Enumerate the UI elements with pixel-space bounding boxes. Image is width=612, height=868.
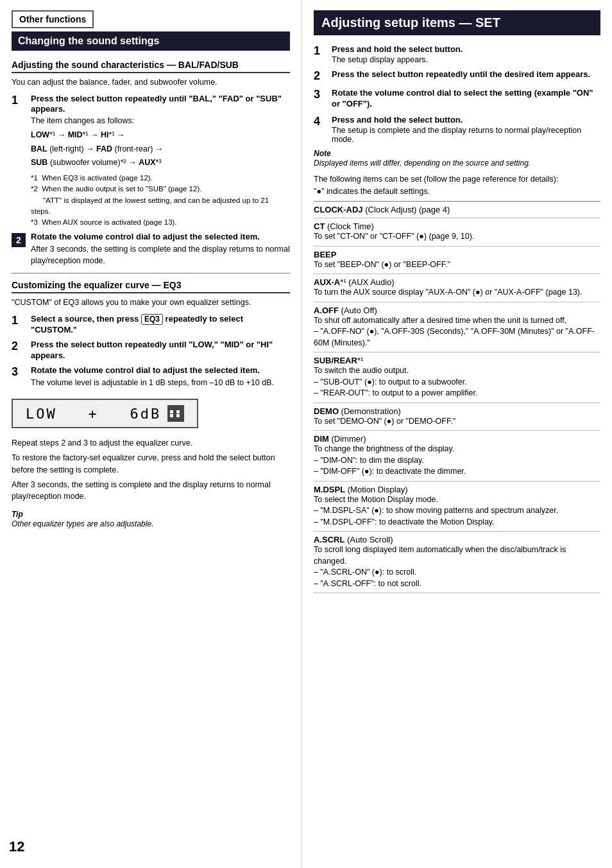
tip-text: Other equalizer types are also adjustabl…: [12, 519, 153, 528]
right-header: Adjusting setup items — SET: [314, 10, 600, 35]
eq3-title: Customizing the equalizer curve — EQ3: [12, 280, 290, 293]
eq3-num-1: 1: [12, 314, 27, 328]
note-label: Note: [314, 149, 600, 158]
setup-steps: 1 Press and hold the select button. The …: [314, 44, 600, 144]
setting-dim: DIM (Dimmer) To change the brightness of…: [314, 431, 600, 482]
setup-num-1: 1: [314, 44, 328, 58]
setup-step2-bold: Press the select button repeatedly until…: [332, 69, 590, 80]
setting-mdspl: M.DSPL (Motion Display) To select the Mo…: [314, 482, 600, 532]
tip-label: Tip: [12, 510, 23, 519]
follow-text: The following items can be set (follow t…: [314, 174, 600, 186]
right-col: Adjusting setup items — SET 1 Press and …: [302, 0, 612, 868]
note-text: Displayed items will differ, depending o…: [314, 158, 600, 169]
setup-step3-bold: Rotate the volume control dial to select…: [332, 88, 600, 110]
setup-num-2: 2: [314, 69, 328, 83]
eq3-step-2: 2 Press the select button repeatedly unt…: [12, 340, 290, 361]
setting-term: M.DSPL (Motion Display): [314, 485, 600, 494]
step-num-1: 1: [12, 94, 27, 229]
setting-term: SUB/REAR*¹: [314, 356, 600, 365]
eq3-step3-bold: Rotate the volume control dial to adjust…: [31, 365, 274, 376]
setting-term: CT (Clock Time): [314, 221, 600, 231]
eq3-num-2: 2: [12, 340, 27, 354]
setup-step1-bold: Press and hold the select button.: [332, 44, 463, 54]
eq3-after-steps: Repeat steps 2 and 3 to adjust the equal…: [12, 437, 290, 503]
setup-step-4: 4 Press and hold the select button. The …: [314, 115, 600, 144]
bal-footnotes: *1 When EQ3 is activated (page 12). *2 W…: [31, 173, 290, 228]
display-text: LOW + 6dB: [26, 406, 161, 422]
note-block: Note Displayed items will differ, depend…: [314, 149, 600, 169]
setting-term: BEEP: [314, 250, 600, 259]
setting-ct: CT (Clock Time) To set "CT-ON" or "CT-OF…: [314, 218, 600, 247]
setting-term: DEMO (Demonstration): [314, 406, 600, 416]
setup-step-3: 3 Rotate the volume control dial to sele…: [314, 88, 600, 110]
bal-step-2: 2 Rotate the volume control dial to adju…: [12, 232, 290, 266]
bal-step2-desc: After 3 seconds, the setting is complete…: [31, 244, 290, 266]
setting-term: CLOCK-ADJ (Clock Adjust) (page 4): [314, 205, 600, 214]
other-functions-label: Other functions: [12, 10, 94, 28]
eq3-step2-bold: Press the select button repeatedly until…: [31, 340, 290, 361]
setup-step-1: 1 Press and hold the select button. The …: [314, 44, 600, 64]
bal-step1-desc: The item changes as follows:: [31, 116, 290, 125]
eq3-step-1: 1 Select a source, then press EQ3 repeat…: [12, 314, 290, 336]
setting-beep: BEEP To set "BEEP-ON" (●) or "BEEP-OFF.": [314, 247, 600, 275]
default-text: "●" indicates the default settings.: [314, 187, 600, 196]
step-num-2: 2: [12, 233, 26, 247]
section-title-bar: Changing the sound settings: [12, 31, 290, 51]
setting-desc: To shut off automatically after a desire…: [314, 315, 600, 349]
setting-sub-rear: SUB/REAR*¹ To switch the audio output. –…: [314, 352, 600, 403]
setting-term: A.SCRL (Auto Scroll): [314, 535, 600, 544]
setting-desc: To set "CT-ON" or "CT-OFF" (●) (page 9, …: [314, 231, 600, 243]
setting-desc: To set "DEMO-ON" (●) or "DEMO-OFF.": [314, 416, 600, 428]
bal-step2-bold: Rotate the volume control dial to adjust…: [31, 232, 290, 243]
bal-section: Adjusting the sound characteristics — BA…: [12, 60, 290, 266]
setting-desc: To scroll long displayed item automatica…: [314, 544, 600, 589]
setup-num-3: 3: [314, 88, 328, 101]
setting-desc: To change the brightness of the display.…: [314, 444, 600, 478]
setting-demo: DEMO (Demonstration) To set "DEMO-ON" (●…: [314, 403, 600, 431]
display-icon: [167, 405, 184, 422]
eq3-step1-bold: Select a source, then press EQ3 repeated…: [31, 314, 290, 336]
setup-step-2: 2 Press the select button repeatedly unt…: [314, 69, 600, 83]
setting-clock-adj: CLOCK-ADJ (Clock Adjust) (page 4): [314, 201, 600, 218]
setting-aux-a: AUX-A*¹ (AUX Audio) To turn the AUX sour…: [314, 274, 600, 302]
setting-ascrl: A.SCRL (Auto Scroll) To scroll long disp…: [314, 532, 600, 593]
bal-flow: LOW*¹ → MID*¹ → HI*¹ → BAL (left-right) …: [31, 128, 290, 169]
setting-term: DIM (Dimmer): [314, 434, 600, 444]
bal-step1-bold: Press the select button repeatedly until…: [31, 94, 290, 116]
eq3-intro: "CUSTOM" of EQ3 allows you to make your …: [12, 297, 290, 309]
setup-num-4: 4: [314, 115, 328, 128]
tip: Tip Other equalizer types are also adjus…: [12, 509, 290, 528]
eq3-section: Customizing the equalizer curve — EQ3 "C…: [12, 280, 290, 528]
bal-step-1: 1 Press the select button repeatedly unt…: [12, 94, 290, 229]
setting-desc: To turn the AUX source display "AUX-A-ON…: [314, 287, 600, 299]
setting-term: AUX-A*¹ (AUX Audio): [314, 277, 600, 287]
setting-desc: To set "BEEP-ON" (●) or "BEEP-OFF.": [314, 259, 600, 271]
bal-title: Adjusting the sound characteristics — BA…: [12, 60, 290, 73]
setting-desc: To switch the audio output. – "SUB-OUT" …: [314, 365, 600, 399]
eq3-step-3: 3 Rotate the volume control dial to adju…: [12, 365, 290, 388]
setup-step4-desc: The setup is complete and the display re…: [332, 126, 600, 144]
bal-intro: You can adjust the balance, fader, and s…: [12, 77, 290, 89]
setting-desc: To select the Motion Display mode. – "M.…: [314, 494, 600, 528]
setting-term: A.OFF (Auto Off): [314, 306, 600, 315]
settings-table: CLOCK-ADJ (Clock Adjust) (page 4) CT (Cl…: [314, 201, 600, 593]
page-number: 12: [9, 838, 24, 855]
setting-aoff: A.OFF (Auto Off) To shut off automatical…: [314, 302, 600, 353]
eq3-num-3: 3: [12, 365, 27, 379]
eq3-display: LOW + 6dB: [12, 399, 198, 428]
eq3-step3-desc: The volume level is adjustable in 1 dB s…: [31, 378, 274, 389]
setup-step1-desc: The setup display appears.: [332, 55, 463, 64]
setup-step4-bold: Press and hold the select button.: [332, 115, 600, 125]
